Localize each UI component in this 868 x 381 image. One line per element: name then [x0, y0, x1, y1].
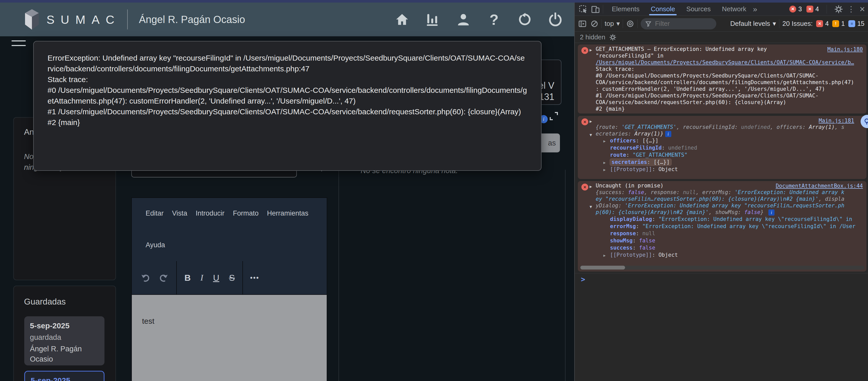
- clear-console-icon[interactable]: [591, 20, 598, 28]
- tab-network[interactable]: Network: [716, 3, 752, 16]
- refresh-icon[interactable]: [518, 12, 532, 27]
- object-preview: yDialog: 'ErrorException: Undefined arra…: [596, 202, 862, 209]
- strikethrough-button[interactable]: S: [229, 273, 235, 283]
- divider: [603, 5, 603, 13]
- object-row[interactable]: recourseFilingId: undefined: [603, 144, 862, 151]
- expand-icon[interactable]: [549, 111, 559, 122]
- menu-editar[interactable]: Editar: [146, 209, 164, 217]
- file-path-link[interactable]: /Users/miguel/Documents/Proyects/Seedbur…: [596, 59, 854, 65]
- saved-card[interactable]: 5-sep-2025 guardada Ángel R. Pagán Ocasi…: [24, 316, 104, 365]
- saved-card-date: 5-sep-2025: [31, 376, 104, 381]
- horizontal-scrollbar[interactable]: [580, 266, 864, 269]
- editor-text: test: [142, 317, 327, 325]
- more-tools-group: •••: [243, 261, 267, 294]
- italic-button[interactable]: I: [200, 273, 203, 283]
- menu-vista[interactable]: Vista: [172, 209, 187, 217]
- object-row[interactable]: displayDialog: "ErrorException: Undefine…: [603, 215, 862, 223]
- message-error-icon: ✕: [806, 6, 813, 12]
- error-dialog[interactable]: ErrorException: Undefined array key "rec…: [33, 41, 541, 171]
- menu-introducir[interactable]: Introducir: [196, 209, 224, 217]
- menu-icon[interactable]: [11, 45, 26, 46]
- issues-counter[interactable]: 20 Issues: ✕4 !1 ≡15: [782, 20, 864, 28]
- object-row[interactable]: route: "GET_ATTACHMENTS": [603, 151, 862, 158]
- screen: SUMAC Ángel R. Pagán Ocasio: [0, 0, 868, 381]
- console-uncaught-promise-message[interactable]: × ▶ DocumentAttachmentBox.js:44 Uncaught…: [578, 181, 866, 271]
- object-row-highlighted[interactable]: ▶secretaries: [{…}]: [603, 158, 862, 166]
- hidden-settings-gear-icon[interactable]: [610, 34, 616, 41]
- redo-icon[interactable]: [158, 272, 169, 284]
- log-levels-dropdown[interactable]: Default levels▾: [730, 20, 776, 28]
- object-preview: p(60): {closure}(Array)\n#2 {main}', sho…: [596, 209, 862, 215]
- hidden-messages-bar: 2 hidden: [575, 32, 868, 43]
- source-link[interactable]: DocumentAttachmentBox.js:44: [776, 182, 863, 189]
- more-tools-icon[interactable]: •••: [250, 274, 259, 282]
- object-row[interactable]: success: false: [603, 244, 862, 251]
- expand-arrow-icon[interactable]: ▶: [603, 252, 610, 259]
- expand-arrow-icon[interactable]: ▶: [590, 183, 592, 190]
- object-row[interactable]: errorMsg: "ErrorException: Undefined arr…: [603, 223, 862, 230]
- message-line: "recourseFilingId" in: [596, 52, 862, 59]
- object-preview: ecretaries: Array(1)}i: [596, 130, 862, 137]
- object-row-prototype[interactable]: ▶[[Prototype]]: Object: [603, 166, 862, 173]
- editor-content[interactable]: test: [131, 295, 327, 381]
- power-icon[interactable]: [548, 12, 562, 27]
- saved-card-selected[interactable]: 5-sep-2025: [24, 371, 104, 381]
- object-rows: ▶officers: [{…}] recourseFilingId: undef…: [603, 137, 862, 173]
- app-header: SUMAC Ángel R. Pagán Ocasio: [0, 3, 574, 36]
- source-link[interactable]: Main.js:180: [827, 46, 863, 53]
- saved-card-name: Ángel R. Pagán Ocasio: [30, 344, 99, 364]
- expand-arrow-icon[interactable]: ▶: [590, 47, 592, 54]
- object-row[interactable]: showMsg: false: [603, 237, 862, 244]
- expand-arrow-icon[interactable]: ▶: [603, 138, 610, 144]
- issue-error-icon: ✕: [816, 20, 823, 27]
- device-toolbar-icon[interactable]: [591, 5, 600, 13]
- editor-toolbar: B I U S •••: [131, 261, 327, 295]
- expand-arrow-icon[interactable]: ▶: [590, 118, 592, 125]
- tab-elements[interactable]: Elements: [606, 3, 645, 16]
- console-error-message[interactable]: × ▶ Main.js:180 GET_ATTACHMENTS – ErrorE…: [578, 45, 866, 114]
- object-rows: displayDialog: "ErrorException: Undefine…: [603, 215, 862, 259]
- filter-input[interactable]: [654, 20, 707, 28]
- tab-console[interactable]: Console: [645, 3, 681, 16]
- object-row-prototype[interactable]: ▶[[Prototype]]: Object: [603, 251, 862, 259]
- scrollbar-thumb[interactable]: [580, 266, 625, 269]
- menu-icon[interactable]: [11, 40, 26, 41]
- editor-menubar: Editar Vista Introducir Formato Herramie…: [131, 197, 327, 229]
- saved-card-date: 5-sep-2025: [30, 321, 104, 330]
- message-count-badge[interactable]: ✕ 4: [806, 5, 819, 13]
- close-icon[interactable]: ×: [860, 4, 865, 14]
- object-row[interactable]: ▶officers: [{…}]: [603, 137, 862, 144]
- collapse-arrow-icon[interactable]: ▼: [590, 204, 592, 210]
- menu-ayuda[interactable]: Ayuda: [146, 241, 165, 249]
- reports-chart-icon[interactable]: [426, 12, 440, 27]
- error-dialog-text: ErrorException: Undefined array key "rec…: [48, 53, 527, 128]
- collapse-arrow-icon[interactable]: ▼: [590, 132, 592, 138]
- object-preview: {route: 'GET_ATTACHMENTS', recourseFilin…: [596, 124, 862, 130]
- object-row[interactable]: response: null: [603, 230, 862, 237]
- object-preview: ey "recourseFilin…requestSorter.php(60):…: [596, 196, 862, 202]
- tab-sources[interactable]: Sources: [681, 3, 716, 16]
- help-icon[interactable]: ?: [487, 12, 501, 27]
- expand-arrow-icon[interactable]: ▶: [603, 166, 610, 173]
- error-count-badge[interactable]: ✕ 3: [789, 5, 802, 13]
- user-icon[interactable]: [456, 12, 470, 27]
- overflow-menu-icon[interactable]: ⋮: [847, 5, 855, 13]
- live-expression-icon[interactable]: [626, 20, 634, 28]
- console-error-icon: ×: [581, 118, 588, 125]
- menu-herramientas[interactable]: Herramientas: [267, 209, 308, 217]
- more-tabs-icon[interactable]: »: [753, 5, 757, 13]
- console-sidebar-icon[interactable]: [578, 20, 587, 28]
- expand-arrow-icon[interactable]: ▶: [603, 159, 610, 166]
- context-selector[interactable]: top▾: [604, 20, 620, 28]
- console-error-object[interactable]: × ▶ Main.js:181 ▼ {route: 'GET_ATTACHMEN…: [578, 116, 866, 179]
- inspect-element-icon[interactable]: [579, 5, 588, 13]
- bold-button[interactable]: B: [184, 273, 191, 283]
- menu-formato[interactable]: Formato: [233, 209, 259, 217]
- underline-button[interactable]: U: [213, 273, 219, 283]
- settings-gear-icon[interactable]: [835, 5, 843, 13]
- home-icon[interactable]: [395, 12, 409, 27]
- source-link[interactable]: Main.js:181: [819, 117, 854, 124]
- undo-icon[interactable]: [140, 272, 151, 284]
- console-error-icon: ×: [581, 184, 588, 190]
- console-prompt-icon[interactable]: >: [581, 275, 585, 284]
